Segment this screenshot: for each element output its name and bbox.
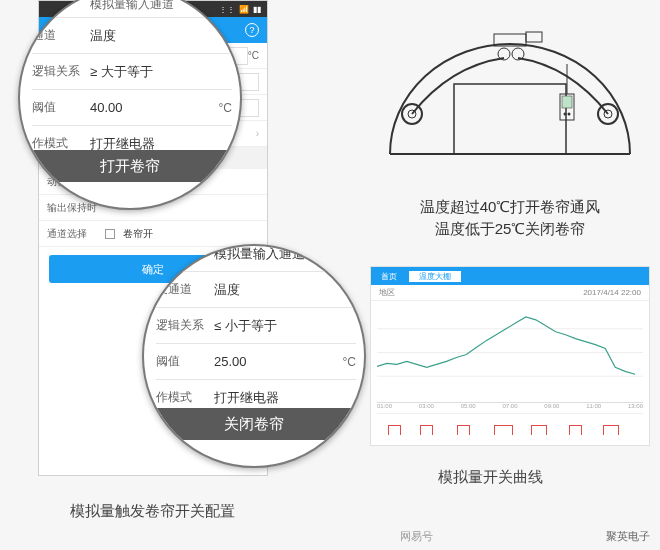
checkbox-group: 卷帘开 bbox=[105, 227, 259, 241]
chart-datetime: 2017/4/14 22:00 bbox=[583, 288, 641, 297]
open-curtain-banner: 打开卷帘 bbox=[20, 150, 240, 182]
tick: 09:00 bbox=[544, 403, 559, 409]
label: 通道 bbox=[32, 27, 90, 44]
chart-panel: 首页 温度大棚 地区 2017/4/14 22:00 01:00 03:00 0… bbox=[370, 266, 650, 446]
row-channel-select: 通道选择 卷帘开 bbox=[39, 221, 267, 247]
chevron-right-icon: › bbox=[256, 128, 259, 139]
unit: °C bbox=[343, 355, 356, 369]
footer-source: 网易号 bbox=[400, 529, 433, 544]
mode-select[interactable]: 打开继电器 bbox=[214, 389, 356, 407]
svg-rect-3 bbox=[562, 96, 572, 108]
svg-point-4 bbox=[564, 113, 567, 116]
tab-greenhouse[interactable]: 温度大棚 bbox=[409, 271, 461, 282]
tick: 05:00 bbox=[461, 403, 476, 409]
tick: 07:00 bbox=[502, 403, 517, 409]
channel-select[interactable]: 温度 bbox=[214, 281, 356, 299]
caption-line2: 温度低于25℃关闭卷帘 bbox=[370, 218, 650, 240]
checkbox[interactable] bbox=[105, 229, 115, 239]
help-icon[interactable]: ? bbox=[245, 23, 259, 37]
logic-select[interactable]: ≥ 大于等于 bbox=[90, 63, 232, 81]
label: 通道选择 bbox=[47, 227, 105, 241]
magnifier-close-curtain: 类型模拟量输入通道 发通道温度 逻辑关系≤ 小于等于 阈值25.00°C 作模式… bbox=[142, 244, 366, 468]
checkbox-label: 卷帘开 bbox=[123, 227, 153, 241]
caption-line1: 温度超过40℃打开卷帘通风 bbox=[370, 196, 650, 218]
label: 阈值 bbox=[156, 353, 214, 370]
signal-icon: 📶 bbox=[239, 5, 249, 14]
chart-x-axis: 01:00 03:00 05:00 07:00 09:00 11:00 13:0… bbox=[371, 403, 649, 409]
wifi-icon: ⋮⋮ bbox=[219, 5, 235, 14]
threshold-input[interactable]: 40.00 bbox=[90, 100, 211, 115]
svg-rect-8 bbox=[526, 32, 542, 42]
label: 逻辑关系 bbox=[32, 63, 90, 80]
tick: 01:00 bbox=[377, 403, 392, 409]
caption-right: 模拟量开关曲线 bbox=[438, 468, 543, 487]
relay-pulse-strip bbox=[377, 413, 643, 437]
tick: 11:00 bbox=[586, 403, 601, 409]
tick: 03:00 bbox=[419, 403, 434, 409]
close-curtain-banner: 关闭卷帘 bbox=[144, 408, 364, 440]
battery-icon: ▮▮ bbox=[253, 5, 261, 14]
type-select[interactable]: 模拟量输入通道 bbox=[214, 245, 356, 263]
unit: °C bbox=[248, 50, 259, 61]
footer-brand: 聚英电子 bbox=[606, 529, 650, 544]
greenhouse-diagram bbox=[370, 14, 650, 174]
chart-body bbox=[377, 305, 643, 403]
chart-subheader: 地区 2017/4/14 22:00 bbox=[371, 285, 649, 301]
chart-header: 首页 温度大棚 bbox=[371, 267, 649, 285]
unit: °C bbox=[219, 101, 232, 115]
label: 阈值 bbox=[32, 99, 90, 116]
label: 作模式 bbox=[156, 389, 214, 406]
caption-left: 模拟量触发卷帘开关配置 bbox=[70, 502, 235, 521]
svg-point-5 bbox=[568, 113, 571, 116]
label: 逻辑关系 bbox=[156, 317, 214, 334]
tab-home[interactable]: 首页 bbox=[371, 271, 407, 282]
channel-select[interactable]: 温度 bbox=[90, 27, 232, 45]
threshold-input[interactable]: 25.00 bbox=[214, 354, 335, 369]
greenhouse-caption: 温度超过40℃打开卷帘通风 温度低于25℃关闭卷帘 bbox=[370, 196, 650, 240]
chart-region: 地区 bbox=[379, 287, 395, 298]
logic-select[interactable]: ≤ 小于等于 bbox=[214, 317, 356, 335]
svg-rect-1 bbox=[454, 84, 566, 154]
tick: 13:00 bbox=[628, 403, 643, 409]
